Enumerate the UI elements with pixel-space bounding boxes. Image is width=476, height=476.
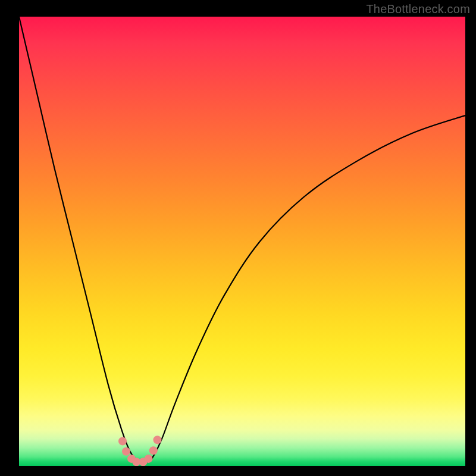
watermark-text: TheBottleneck.com bbox=[366, 2, 470, 16]
chart-frame: TheBottleneck.com bbox=[0, 0, 476, 476]
curve-marker bbox=[145, 455, 153, 463]
curve-markers bbox=[118, 436, 162, 466]
curve-marker bbox=[154, 436, 162, 444]
curve-marker bbox=[118, 437, 127, 446]
curve-marker bbox=[149, 446, 158, 455]
curve-marker bbox=[122, 447, 130, 456]
bottleneck-curve-svg bbox=[19, 17, 465, 466]
bottleneck-curve-path bbox=[19, 17, 465, 462]
plot-area bbox=[19, 17, 465, 466]
